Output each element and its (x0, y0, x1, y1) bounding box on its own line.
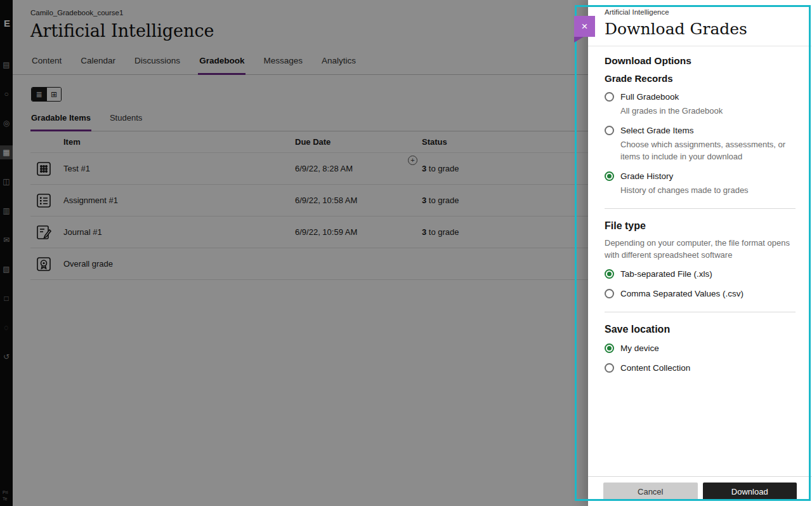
section-divider (605, 312, 796, 312)
radio-button[interactable] (605, 171, 614, 181)
radio-option-my-device[interactable]: My device (605, 343, 796, 354)
option-label: My device (620, 343, 659, 354)
radio-button[interactable] (605, 269, 614, 279)
section-divider (605, 208, 796, 209)
option-label: Tab-separated File (.xls) (620, 269, 712, 280)
option-description: Choose which assignments, assessments, o… (620, 138, 796, 163)
file-type-heading: File type (605, 220, 796, 232)
radio-button[interactable] (605, 126, 614, 135)
option-label: Select Grade Items (620, 125, 796, 136)
download-button[interactable]: Download (703, 483, 797, 501)
option-label: Comma Separated Values (.csv) (620, 288, 743, 300)
close-icon: × (582, 20, 588, 32)
grade-records-heading: Grade Records (605, 73, 796, 84)
download-grades-panel: Artificial Intelligence Download Grades … (588, 0, 812, 506)
radio-option-tab-separated[interactable]: Tab-separated File (.xls) (605, 269, 796, 280)
panel-body: Download Options Grade Records Full Grad… (588, 46, 812, 476)
radio-option-grade-history[interactable]: Grade History History of changes made to… (605, 171, 796, 196)
panel-title: Download Grades (605, 20, 796, 38)
panel-course-context: Artificial Intelligence (605, 8, 796, 16)
radio-option-comma-separated[interactable]: Comma Separated Values (.csv) (605, 288, 796, 300)
file-type-description: Depending on your computer, the file for… (605, 237, 796, 261)
radio-option-select-grade-items[interactable]: Select Grade Items Choose which assignme… (605, 125, 796, 163)
option-description: All grades in the Gradebook (620, 105, 723, 117)
option-label: Grade History (620, 171, 749, 182)
radio-button[interactable] (605, 92, 614, 102)
radio-button[interactable] (605, 289, 614, 298)
close-panel-button[interactable]: × (574, 16, 595, 37)
panel-footer: Cancel Download (588, 476, 812, 506)
radio-option-full-gradebook[interactable]: Full Gradebook All grades in the Gradebo… (605, 91, 796, 117)
download-options-heading: Download Options (605, 55, 796, 67)
cancel-button[interactable]: Cancel (603, 483, 698, 501)
radio-button[interactable] (605, 363, 614, 373)
option-label: Full Gradebook (620, 91, 723, 103)
radio-button[interactable] (605, 343, 614, 353)
radio-option-content-collection[interactable]: Content Collection (605, 363, 796, 374)
option-label: Content Collection (620, 363, 690, 374)
save-location-heading: Save location (605, 324, 796, 335)
app-window: E ▤ ○ ◎ ▦ ◫ ▥ ✉ ▧ □ ◌ ↺ Pri Te Camilo_Gr… (0, 0, 812, 506)
panel-header: Artificial Intelligence Download Grades (588, 0, 812, 46)
option-description: History of changes made to grades (620, 184, 749, 196)
